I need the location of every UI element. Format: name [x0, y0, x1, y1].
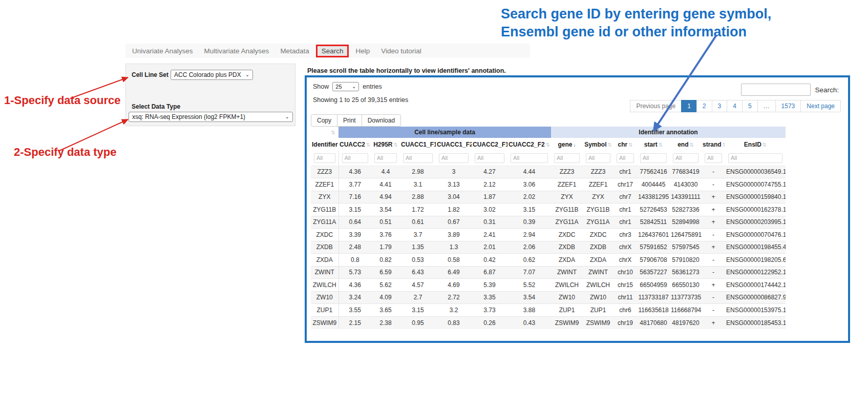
next-page-button[interactable]: Next page: [800, 100, 841, 112]
table-row: ZUP13.553.653.153.23.733.88ZUP1ZUP1chr61…: [311, 304, 786, 317]
cell-identifier: ZYX: [311, 191, 338, 203]
filter-input-identifier[interactable]: [314, 153, 335, 163]
cell-h295r: 5.62: [371, 279, 400, 292]
column-header-gene[interactable]: gene↓: [551, 138, 583, 151]
cell-start: 56357227: [637, 266, 670, 279]
print-button[interactable]: Print: [337, 114, 362, 127]
page-button-3[interactable]: 3: [712, 100, 728, 112]
page-button-5[interactable]: 5: [742, 100, 758, 112]
cell-identifier: ZXDA: [311, 254, 338, 267]
column-header-ensid[interactable]: EnsID⇅: [725, 138, 786, 151]
copy-button[interactable]: Copy: [311, 114, 337, 127]
data-type-select[interactable]: xsq: RNA-seq Expression (log2 FPKM+1) ⌄: [129, 112, 293, 122]
nav-item-search[interactable]: Search: [316, 45, 349, 57]
page-button-2[interactable]: 2: [696, 100, 712, 112]
export-buttons: CopyPrintDownload: [311, 114, 401, 127]
group-header-sample: Cell line/sample data: [338, 127, 551, 138]
cell-ensid: ENSG00000185453.13: [725, 316, 786, 329]
filter-cell-gene: [551, 151, 583, 166]
table-search-input[interactable]: [741, 84, 811, 96]
cell-start: 57906708: [637, 254, 670, 267]
filter-input-cuacc1-f2[interactable]: [439, 153, 469, 163]
filter-input-ensid[interactable]: [728, 153, 782, 163]
cell-strand: -: [702, 229, 725, 241]
sort-icon: ⇅: [689, 142, 693, 148]
filter-input-cuacc2[interactable]: [342, 153, 369, 163]
cell-symbol: ZYG11A: [583, 216, 613, 229]
nav-item-metadata[interactable]: Metadata: [274, 45, 314, 57]
download-button[interactable]: Download: [362, 114, 401, 127]
previous-page-button[interactable]: Previous page: [630, 100, 682, 112]
cell-cuacc1-f2: 1.82: [436, 203, 472, 216]
column-header-cuacc2[interactable]: CUACC2⇅: [338, 138, 371, 151]
scroll-note: Please scroll the table horizontally to …: [307, 67, 506, 74]
filter-input-symbol[interactable]: [586, 153, 610, 163]
cell-cuacc1-f1: 1.72: [400, 203, 436, 216]
cell-identifier: ZZEF1: [311, 178, 338, 191]
cell-cuacc2-f1: 5.39: [472, 279, 507, 292]
cell-start: 52842511: [637, 216, 670, 229]
cell-chr: chrX: [613, 254, 637, 267]
cell-cuacc2: 4.36: [338, 166, 371, 178]
sort-icon: ⇅: [546, 142, 550, 148]
cell-cuacc2-f2: 2.02: [507, 191, 551, 203]
page-button-1[interactable]: 1: [681, 100, 697, 112]
column-header-h295r[interactable]: H295R⇅: [371, 138, 400, 151]
nav-item-help[interactable]: Help: [350, 45, 375, 57]
table-row: ZXDC3.393.763.73.892.412.94ZXDCZXDCchr31…: [311, 229, 786, 241]
filter-input-cuacc2-f1[interactable]: [475, 153, 504, 163]
page-length-value: 25: [335, 84, 342, 90]
page-button-4[interactable]: 4: [727, 100, 743, 112]
cell-gene: ZW10: [551, 291, 583, 304]
filter-input-end[interactable]: [673, 153, 698, 163]
filter-cell-end: [670, 151, 702, 166]
page-length-select[interactable]: 25 ⌄: [332, 82, 359, 91]
table-row: ZW103.244.092.72.723.353.54ZW10ZW10chr11…: [311, 291, 786, 304]
cell-cuacc2: 7.16: [338, 191, 371, 203]
filter-input-cuacc1-f1[interactable]: [403, 153, 433, 163]
cell-strand: -: [702, 166, 725, 178]
sort-all-cell[interactable]: ⇅: [311, 127, 338, 138]
cell-gene: ZYG11B: [551, 203, 583, 216]
page-button-1573[interactable]: 1573: [775, 100, 801, 112]
nav-item-univariate-analyses[interactable]: Univariate Analyses: [126, 45, 199, 57]
cell-identifier: ZXDC: [311, 229, 338, 241]
cell-h295r: 2.38: [371, 316, 400, 329]
cell-ensid: ENSG00000203995.10: [725, 216, 786, 229]
filter-input-strand[interactable]: [705, 153, 722, 163]
cell-strand: +: [702, 316, 725, 329]
cell-cuacc1-f1: 3.7: [400, 229, 436, 241]
cell-cuacc1-f1: 6.43: [400, 266, 436, 279]
cell-cuacc2: 3.24: [338, 291, 371, 304]
column-header-cuacc1-f2[interactable]: CUACC1_F2⇅: [436, 138, 472, 151]
page-length-row: Show 25 ⌄ entries: [313, 82, 382, 91]
column-header-cuacc1-f1[interactable]: CUACC1_F1⇅: [400, 138, 436, 151]
column-header-cuacc2-f1[interactable]: CUACC2_F1⇅: [472, 138, 507, 151]
filter-input-start[interactable]: [640, 153, 667, 163]
filter-input-cuacc2-f2[interactable]: [511, 153, 548, 163]
filter-input-gene[interactable]: [554, 153, 580, 163]
cell-chr: chr11: [613, 291, 637, 304]
column-header-symbol[interactable]: Symbol⇅: [583, 138, 613, 151]
nav-item-multivariate-analyses[interactable]: Multivariate Analyses: [199, 45, 275, 57]
filter-input-chr[interactable]: [617, 153, 634, 163]
table-body: ZZZ34.364.42.9834.274.44ZZZ3ZZZ3chr17756…: [311, 166, 786, 329]
column-header-end[interactable]: end⇅: [670, 138, 702, 151]
column-header-cuacc2-f2[interactable]: CUACC2_F2⇅: [507, 138, 551, 151]
nav-item-video-tutorial[interactable]: Video tutorial: [375, 45, 427, 57]
cell-cuacc1-f1: 2.7: [400, 291, 436, 304]
cell-cuacc1-f2: 0.83: [436, 316, 472, 329]
cell-line-set-row: Cell Line Set ACC Colorado plus PDX ⌄: [132, 70, 253, 80]
column-header-strand[interactable]: strand⇅: [702, 138, 725, 151]
cell-start: 113733187: [637, 291, 670, 304]
column-header-identifier[interactable]: Identifier: [311, 138, 338, 151]
column-label: Identifier: [312, 141, 338, 148]
column-label: EnsID: [744, 141, 761, 148]
column-header-row: IdentifierCUACC2⇅H295R⇅CUACC1_F1⇅CUACC1_…: [311, 138, 786, 151]
filter-input-h295r[interactable]: [374, 153, 397, 163]
cell-strand: -: [702, 254, 725, 267]
cell-chr: chr15: [613, 279, 637, 292]
cell-line-set-select[interactable]: ACC Colorado plus PDX ⌄: [171, 70, 253, 80]
column-header-start[interactable]: start⇅: [637, 138, 670, 151]
column-header-chr[interactable]: chr⇅: [613, 138, 637, 151]
